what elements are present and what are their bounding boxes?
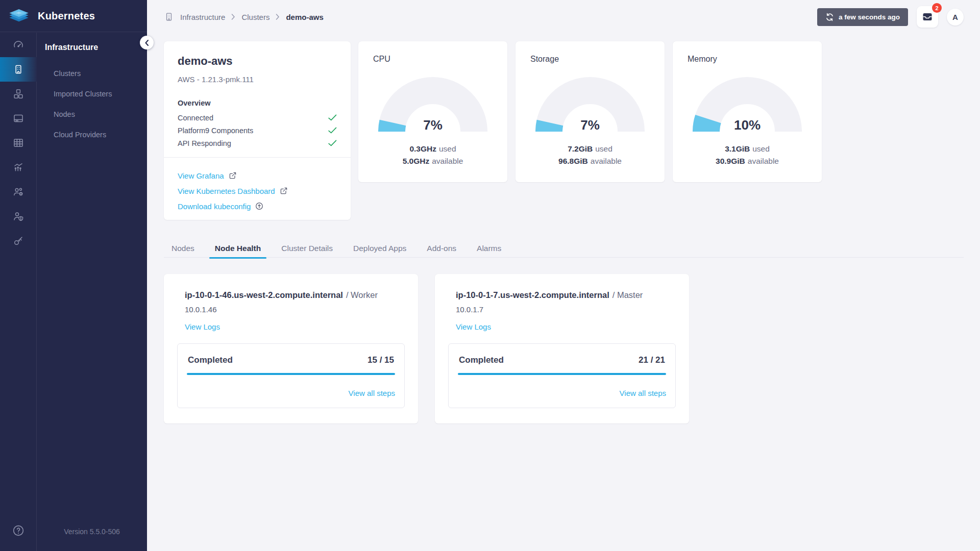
server-icon — [12, 112, 24, 124]
sidebar-item-nodes[interactable]: Nodes — [37, 104, 147, 124]
notifications-badge: 2 — [932, 3, 942, 13]
sidebar-item-imported-clusters[interactable]: Imported Clusters — [37, 84, 147, 104]
node-ip: 10.0.1.7 — [456, 305, 483, 314]
tab-nodes[interactable]: Nodes — [166, 240, 200, 258]
overview-check-row: API Responding — [178, 137, 337, 149]
breadcrumb-infrastructure[interactable]: Infrastructure — [180, 13, 225, 21]
gauge-used: 3.1GiBused — [673, 144, 822, 154]
tab-label: Alarms — [477, 244, 501, 253]
gauge-percent: 10% — [673, 117, 822, 133]
inbox-icon — [922, 11, 933, 22]
check-label: API Responding — [178, 139, 231, 147]
app-title: Kubernetes — [38, 10, 95, 22]
sidebar-submenu-items: ClustersImported ClustersNodesCloud Prov… — [37, 63, 147, 145]
gauge-used: 0.3GHzused — [358, 144, 507, 154]
overview-check-row: Platform9 Components — [178, 124, 337, 137]
download-kubeconfig-link[interactable]: Download kubeconfig — [178, 198, 337, 214]
tab-label: Add-ons — [427, 244, 456, 253]
view-logs-link[interactable]: View Logs — [185, 322, 220, 331]
node-health-card: ip-10-0-1-7.us-west-2.compute.internal/ … — [435, 274, 689, 423]
tab-label: Cluster Details — [281, 244, 333, 253]
gauge-used: 7.2GiBused — [516, 144, 665, 154]
breadcrumb-clusters[interactable]: Clusters — [241, 13, 270, 21]
refresh-label: a few seconds ago — [839, 13, 900, 21]
sidebar-icon-apps[interactable] — [0, 82, 37, 106]
gauge-percent: 7% — [358, 117, 507, 133]
sidebar-item-clusters[interactable]: Clusters — [37, 63, 147, 84]
sidebar-icon-rbac[interactable] — [0, 204, 37, 229]
view-all-steps-link[interactable]: View all steps — [349, 389, 395, 397]
node-progress-count: 21 / 21 — [639, 355, 665, 365]
node-health-cards: ip-10-0-1-46.us-west-2.compute.internal/… — [164, 274, 689, 423]
gauge-title: CPU — [373, 55, 390, 64]
view-grafana-link[interactable]: View Grafana — [178, 168, 337, 183]
node-progress-track — [458, 373, 666, 375]
gauge-title: Memory — [688, 55, 717, 64]
gauge-percent: 7% — [516, 117, 665, 133]
tab-alarms[interactable]: Alarms — [471, 240, 507, 258]
monitoring-chart-icon — [12, 161, 24, 173]
check-icon — [328, 127, 337, 134]
users-gear-icon — [12, 186, 24, 198]
cluster-subtitle: AWS - 1.21.3-pmk.111 — [178, 75, 337, 84]
external-link-icon — [229, 171, 237, 180]
tab-cluster-details[interactable]: Cluster Details — [276, 240, 338, 258]
avatar[interactable]: A — [947, 9, 964, 26]
notifications-button[interactable]: 2 — [917, 6, 938, 28]
gauge-card-storage: Storage 7% 7.2GiBused 96.8GiBavailable — [516, 41, 665, 182]
gauge-card-memory: Memory 10% 3.1GiBused 30.9GiBavailable — [673, 41, 822, 182]
gauge-title: Storage — [530, 55, 559, 64]
node-progress-bar — [187, 373, 395, 375]
view-kubernetes-dashboard-link[interactable]: View Kubernetes Dashboard — [178, 183, 337, 198]
node-health-card: ip-10-0-1-46.us-west-2.compute.internal/… — [164, 274, 418, 423]
sidebar-icon-workloads[interactable] — [0, 106, 37, 131]
key-icon — [12, 235, 24, 247]
tab-label: Nodes — [172, 244, 194, 253]
sidebar-icon-infrastructure[interactable] — [0, 57, 37, 82]
node-status-box: Completed 15 / 15 View all steps — [177, 343, 405, 408]
refresh-button[interactable]: a few seconds ago — [817, 8, 908, 26]
sidebar-icon-monitoring[interactable] — [0, 155, 37, 180]
refresh-icon — [825, 13, 834, 21]
overview-checks: Connected Platform9 Components API Respo… — [178, 111, 337, 149]
help-button[interactable] — [0, 524, 37, 537]
external-link-icon — [280, 187, 288, 195]
overview-check-row: Connected — [178, 111, 337, 124]
cluster-summary-card: demo-aws AWS - 1.21.3-pmk.111 Overview C… — [164, 41, 351, 220]
help-icon — [12, 524, 25, 537]
tab-deployed-apps[interactable]: Deployed Apps — [348, 240, 412, 258]
sidebar-icon-dashboard[interactable] — [0, 33, 37, 57]
check-icon — [328, 114, 337, 121]
sidebar-icon-api-access[interactable] — [0, 229, 37, 253]
kubernetes-logo-icon — [7, 8, 31, 23]
infrastructure-building-icon — [12, 63, 24, 76]
sidebar-icon-namespaces[interactable] — [0, 131, 37, 155]
topbar-controls: a few seconds ago 2 A — [817, 6, 964, 28]
sidebar: Kubernetes — [0, 0, 147, 551]
version-label: Version 5.5.0-506 — [37, 528, 147, 536]
node-progress-track — [187, 373, 395, 375]
sidebar-icon-users[interactable] — [0, 180, 37, 204]
cluster-tabs: NodesNode HealthCluster DetailsDeployed … — [164, 240, 964, 258]
chevron-left-icon — [145, 40, 149, 46]
view-logs-link[interactable]: View Logs — [456, 322, 491, 331]
link-label: View Kubernetes Dashboard — [178, 187, 275, 195]
sidebar-collapse-button[interactable] — [140, 36, 154, 49]
node-hostname: ip-10-0-1-46.us-west-2.compute.internal/… — [185, 290, 378, 300]
tab-add-ons[interactable]: Add-ons — [421, 240, 462, 258]
sidebar-section-title: Infrastructure — [37, 33, 147, 52]
gauge-available: 96.8GiBavailable — [516, 157, 665, 166]
link-label: View Grafana — [178, 171, 224, 180]
view-all-steps-link[interactable]: View all steps — [620, 389, 666, 397]
link-label: Download kubeconfig — [178, 202, 251, 211]
check-label: Platform9 Components — [178, 127, 253, 135]
gauge-available: 5.0GHzavailable — [358, 157, 507, 166]
grid-icon — [12, 137, 24, 149]
dashboard-icon — [12, 39, 24, 51]
chevron-right-icon — [276, 14, 280, 20]
breadcrumb-building-icon — [164, 12, 174, 22]
sidebar-item-cloud-providers[interactable]: Cloud Providers — [37, 124, 147, 145]
check-label: Connected — [178, 114, 213, 122]
sidebar-icon-rail — [0, 33, 37, 551]
tab-node-health[interactable]: Node Health — [209, 240, 266, 258]
